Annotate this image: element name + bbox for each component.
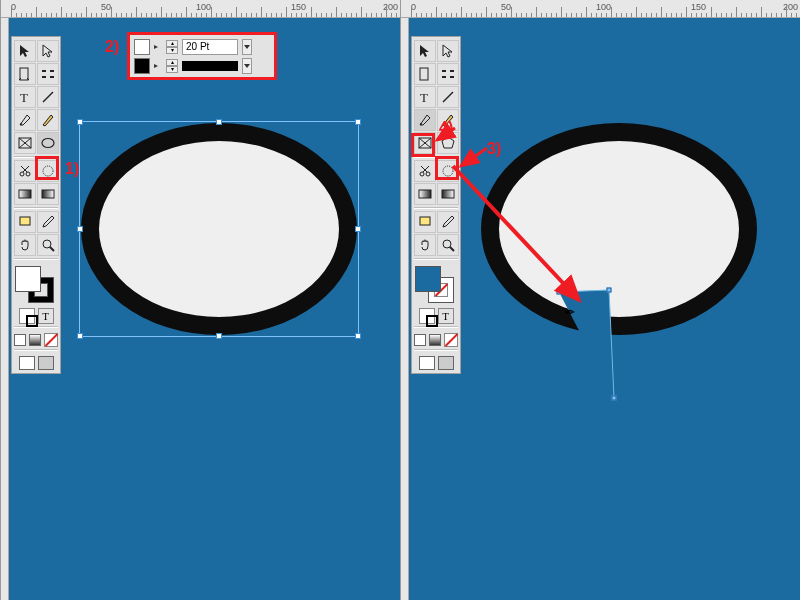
svg-line-33 xyxy=(450,247,454,251)
stroke-weight-stepper[interactable]: ▴▾ xyxy=(166,40,178,54)
ruler-vertical xyxy=(401,18,409,600)
ruler-horizontal: 0 50 100 150 200 xyxy=(1,0,400,18)
view-mode-normal-icon[interactable] xyxy=(19,356,35,370)
panel-stroke-swatch[interactable] xyxy=(134,58,150,74)
stroke-style-preview xyxy=(182,61,238,71)
type-tool[interactable]: T xyxy=(414,86,436,108)
rectangle-frame-tool[interactable] xyxy=(14,132,36,154)
format-text-icon[interactable]: T xyxy=(438,308,454,324)
stroke-fill-options-panel: ▸ ▴▾ 20 Pt ▸ ▴▾ xyxy=(129,34,275,78)
stroke-weight-dropdown[interactable] xyxy=(242,39,252,55)
pen-cursor-icon: ✒ xyxy=(564,304,576,320)
svg-rect-29 xyxy=(419,190,431,198)
format-text-icon[interactable]: T xyxy=(38,308,54,324)
fill-stroke-swatch[interactable] xyxy=(14,265,58,305)
svg-rect-13 xyxy=(20,217,30,225)
anchor-point[interactable] xyxy=(607,288,612,293)
pen-tool[interactable] xyxy=(414,109,436,131)
svg-text:T: T xyxy=(420,90,428,105)
pen-tool[interactable] xyxy=(14,109,36,131)
note-tool[interactable] xyxy=(14,211,36,233)
svg-point-10 xyxy=(43,166,53,176)
apply-gradient-icon[interactable] xyxy=(29,334,41,346)
gradient-swatch-tool[interactable] xyxy=(14,183,36,205)
document-canvas[interactable] xyxy=(9,18,400,600)
ruler-vertical xyxy=(1,18,9,600)
scissors-tool[interactable] xyxy=(414,160,436,182)
line-tool[interactable] xyxy=(37,86,59,108)
svg-point-14 xyxy=(43,240,51,248)
default-fill-stroke-icon[interactable] xyxy=(19,308,35,324)
free-transform-tool[interactable] xyxy=(37,160,59,182)
svg-rect-31 xyxy=(420,217,430,225)
gradient-feather-tool[interactable] xyxy=(37,183,59,205)
tools-panel: T xyxy=(11,36,61,374)
selection-tool[interactable] xyxy=(414,40,436,62)
apply-gradient-icon[interactable] xyxy=(429,334,441,346)
free-transform-tool[interactable] xyxy=(437,160,459,182)
note-tool[interactable] xyxy=(414,211,436,233)
line-tool[interactable] xyxy=(437,86,459,108)
svg-point-9 xyxy=(26,172,30,176)
gradient-feather-tool[interactable] xyxy=(437,183,459,205)
type-tool[interactable]: T xyxy=(14,86,36,108)
apply-color-icon[interactable] xyxy=(14,334,26,346)
fill-stroke-swatch[interactable] xyxy=(414,265,458,305)
apply-color-icon[interactable] xyxy=(414,334,426,346)
direct-selection-tool[interactable] xyxy=(437,40,459,62)
svg-point-26 xyxy=(420,172,424,176)
svg-rect-12 xyxy=(42,190,54,198)
page-tool[interactable] xyxy=(14,63,36,85)
svg-point-21 xyxy=(420,123,422,125)
view-mode-preview-icon[interactable] xyxy=(38,356,54,370)
eyedropper-tool[interactable] xyxy=(437,211,459,233)
pen-path-shape[interactable] xyxy=(409,18,800,600)
pencil-tool[interactable] xyxy=(37,109,59,131)
svg-line-15 xyxy=(50,247,54,251)
hand-tool[interactable] xyxy=(14,234,36,256)
pencil-tool[interactable] xyxy=(437,109,459,131)
gradient-swatch-tool[interactable] xyxy=(414,183,436,205)
view-mode-normal-icon[interactable] xyxy=(419,356,435,370)
svg-rect-0 xyxy=(20,68,28,80)
stroke-style-dropdown[interactable] xyxy=(242,58,252,74)
rectangle-frame-tool[interactable] xyxy=(414,132,436,154)
svg-rect-30 xyxy=(442,190,454,198)
selection-bounds xyxy=(79,121,359,337)
panel-fill-swatch[interactable] xyxy=(134,39,150,55)
ruler-horizontal: 0 50 100 150 200 xyxy=(401,0,800,18)
tools-panel: T xyxy=(411,36,461,374)
scissors-tool[interactable] xyxy=(14,160,36,182)
svg-point-3 xyxy=(20,123,22,125)
stroke-swatch-flyout-icon[interactable]: ▸ xyxy=(154,61,162,70)
svg-point-28 xyxy=(443,166,453,176)
left-pane: 0 50 100 150 200 xyxy=(0,0,400,600)
selection-tool[interactable] xyxy=(14,40,36,62)
zoom-tool[interactable] xyxy=(437,234,459,256)
gap-tool[interactable] xyxy=(37,63,59,85)
svg-point-7 xyxy=(42,139,54,148)
anchor-point[interactable] xyxy=(612,396,617,401)
stroke-weight-input[interactable]: 20 Pt xyxy=(182,39,238,55)
polygon-tool[interactable] xyxy=(437,132,459,154)
svg-line-20 xyxy=(443,92,453,102)
anchor-point[interactable] xyxy=(557,290,562,295)
zoom-tool[interactable] xyxy=(37,234,59,256)
apply-none-icon[interactable] xyxy=(444,333,458,347)
default-fill-stroke-icon[interactable] xyxy=(419,308,435,324)
apply-none-icon[interactable] xyxy=(44,333,58,347)
svg-marker-25 xyxy=(442,137,454,148)
view-mode-preview-icon[interactable] xyxy=(438,356,454,370)
fill-swatch-flyout-icon[interactable]: ▸ xyxy=(154,42,162,51)
page-tool[interactable] xyxy=(414,63,436,85)
svg-point-8 xyxy=(20,172,24,176)
svg-text:T: T xyxy=(20,90,28,105)
gap-tool[interactable] xyxy=(437,63,459,85)
document-canvas[interactable]: ✒ xyxy=(409,18,800,600)
ellipse-tool[interactable] xyxy=(37,132,59,154)
eyedropper-tool[interactable] xyxy=(37,211,59,233)
svg-rect-11 xyxy=(19,190,31,198)
hand-tool[interactable] xyxy=(414,234,436,256)
stroke-style-stepper[interactable]: ▴▾ xyxy=(166,59,178,73)
direct-selection-tool[interactable] xyxy=(37,40,59,62)
